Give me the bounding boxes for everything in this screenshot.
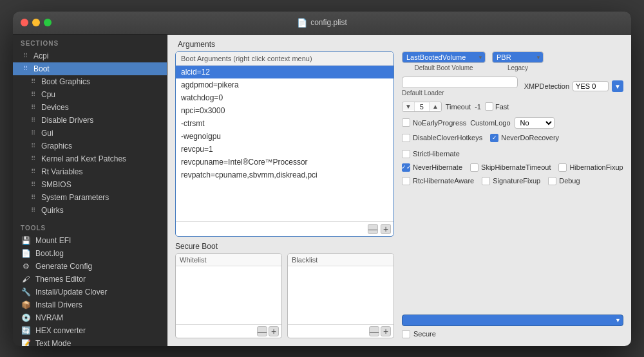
tool-hex-converter-label: HEX converter — [35, 326, 86, 335]
maximize-button[interactable] — [44, 19, 52, 26]
arg-item-watchdog[interactable]: watchdog=0 — [176, 91, 393, 104]
sidebar-item-cpu[interactable]: ⠿ Cpu — [13, 88, 167, 101]
signature-fixup-text: SignatureFixup — [493, 177, 540, 185]
secure-checkbox[interactable] — [402, 330, 410, 338]
signature-fixup-checkbox[interactable] — [482, 177, 490, 185]
blacklist-scroll-indicator: — — [369, 326, 379, 336]
disable-clover-hotkeys-checkbox[interactable] — [402, 134, 410, 142]
arg-item-revcpuname[interactable]: revcpuname=Intel®Core™Processor — [176, 156, 393, 169]
sidebar: SECTIONS ⠿ Acpi ⠿ Boot ⠿ Boot Graphics ⠿… — [13, 35, 167, 346]
sidebar-item-disable-drivers[interactable]: ⠿ Disable Drivers — [13, 114, 167, 127]
timeout-increment[interactable]: ▲ — [430, 103, 441, 110]
disable-clover-hotkeys-label[interactable]: DisableCloverHotkeys — [402, 134, 482, 142]
tool-themes-editor[interactable]: 🖌 Themes Editor — [13, 273, 167, 286]
strict-hibernate-checkbox[interactable] — [402, 150, 410, 158]
whitelist-add-button[interactable]: + — [269, 326, 279, 336]
fast-checkbox[interactable] — [485, 102, 493, 111]
close-button[interactable] — [21, 19, 28, 26]
args-add-button[interactable]: + — [381, 224, 391, 234]
never-do-recovery-label[interactable]: NeverDoRecovery — [490, 134, 559, 142]
main-window: 📄 config.plist SECTIONS ⠿ Acpi ⠿ Boot ⠿ … — [13, 12, 631, 346]
timeout-decrement[interactable]: ▼ — [402, 103, 414, 110]
yes-no-arrow: ▼ — [614, 83, 621, 90]
strict-hibernate-label[interactable]: StrictHibernate — [402, 150, 460, 158]
secure-boot-row: Whitelist — + Blacklist — [175, 253, 394, 338]
never-hibernate-checkbox[interactable]: ✓ — [402, 163, 410, 172]
skip-hibernate-timeout-checkbox[interactable] — [470, 163, 478, 172]
boot-log-icon: 📄 — [21, 249, 31, 258]
checkbox-row-2: DisableCloverHotkeys NeverDoRecovery Str… — [402, 134, 623, 158]
skip-hibernate-timeout-label[interactable]: SkipHibernateTimeout — [470, 163, 551, 172]
custom-logo-select[interactable]: No Yes — [515, 117, 554, 129]
tool-install-clover[interactable]: 🔧 Install/Update Clover — [13, 286, 167, 298]
pbr-group: PBR ▼ Legacy — [492, 51, 544, 71]
sidebar-item-kernel-patches[interactable]: ⠿ Kernel and Kext Patches — [13, 152, 167, 165]
blacklist-header: Blacklist — [288, 254, 393, 266]
arg-item-npci[interactable]: npci=0x3000 — [176, 104, 393, 117]
pbr-select[interactable]: PBR — [492, 51, 544, 63]
tool-install-drivers[interactable]: 📦 Install Drivers — [13, 298, 167, 311]
blacklist-add-button[interactable]: + — [381, 326, 391, 336]
sidebar-item-devices[interactable]: ⠿ Devices — [13, 101, 167, 114]
tool-boot-log-label: Boot.log — [35, 249, 64, 258]
no-early-progress-label[interactable]: NoEarlyProgress — [402, 118, 466, 127]
default-loader-group: Default Loader — [402, 77, 518, 96]
signature-fixup-label[interactable]: SignatureFixup — [482, 177, 540, 185]
title-text: config.plist — [310, 18, 347, 27]
debug-label[interactable]: Debug — [548, 177, 580, 185]
tool-text-mode[interactable]: 📝 Text Mode — [13, 337, 167, 346]
window-title: 📄 config.plist — [297, 18, 347, 28]
arg-item-revcpu[interactable]: revcpu=1 — [176, 143, 393, 156]
timeout-stepper[interactable]: ▼ 5 ▲ — [402, 102, 442, 112]
tool-boot-log[interactable]: 📄 Boot.log — [13, 247, 167, 260]
tool-hex-converter[interactable]: 🔄 HEX converter — [13, 324, 167, 337]
rtc-hibernate-aware-checkbox[interactable] — [402, 177, 410, 185]
arg-item-agdpmod[interactable]: agdpmod=pikera — [176, 78, 393, 91]
tool-nvram[interactable]: 💿 NVRAM — [13, 311, 167, 324]
disable-clover-hotkeys-text: DisableCloverHotkeys — [413, 134, 482, 142]
gui-icon: ⠿ — [28, 129, 37, 136]
debug-checkbox[interactable] — [548, 177, 556, 185]
arg-item-revpatch[interactable]: revpatch=cpuname,sbvmm,diskread,pci — [176, 169, 393, 181]
tool-mount-efi[interactable]: 💾 Mount EFI — [13, 234, 167, 247]
secure-dropdown[interactable] — [402, 315, 623, 326]
sidebar-item-graphics[interactable]: ⠿ Graphics — [13, 140, 167, 152]
minimize-button[interactable] — [32, 19, 40, 26]
hibernation-fixup-label[interactable]: HibernationFixup — [558, 163, 623, 172]
sections-header: SECTIONS — [13, 35, 167, 50]
arg-item-alcid[interactable]: alcid=12 — [176, 66, 393, 78]
sidebar-item-acpi[interactable]: ⠿ Acpi — [13, 50, 167, 62]
no-early-progress-text: NoEarlyProgress — [413, 119, 466, 127]
tool-generate-config[interactable]: ⚙ Generate Config — [13, 260, 167, 273]
yes-no-select[interactable]: YES 0 NO — [573, 81, 609, 91]
args-list[interactable]: alcid=12 agdpmod=pikera watchdog=0 npci=… — [176, 66, 393, 221]
hex-converter-icon: 🔄 — [21, 326, 31, 335]
args-footer: — + — [176, 221, 393, 236]
hibernation-fixup-checkbox[interactable] — [558, 163, 567, 172]
sidebar-item-quirks[interactable]: ⠿ Quirks — [13, 204, 167, 217]
skip-hibernate-timeout-text: SkipHibernateTimeout — [481, 163, 551, 171]
secure-checkbox-label[interactable]: Secure — [402, 330, 623, 338]
sidebar-item-boot[interactable]: ⠿ Boot — [13, 62, 167, 75]
sidebar-item-gui-label: Gui — [41, 129, 53, 138]
install-drivers-icon: 📦 — [21, 300, 31, 309]
sidebar-item-rt-variables[interactable]: ⠿ Rt Variables — [13, 165, 167, 178]
default-loader-input[interactable] — [402, 77, 518, 88]
debug-text: Debug — [559, 177, 580, 185]
never-do-recovery-checkbox[interactable] — [490, 134, 498, 142]
sidebar-item-smbios[interactable]: ⠿ SMBIOS — [13, 178, 167, 191]
tools-header: TOOLS — [13, 219, 167, 234]
whitelist-header: Whitelist — [176, 254, 281, 266]
sidebar-item-gui[interactable]: ⠿ Gui — [13, 127, 167, 140]
arg-item-ctrsmt[interactable]: -ctrsmt — [176, 117, 393, 130]
args-header: Boot Arguments (right click context menu… — [176, 52, 393, 66]
sidebar-item-boot-graphics[interactable]: ⠿ Boot Graphics — [13, 75, 167, 88]
last-booted-volume-select[interactable]: LastBootedVolume — [402, 51, 486, 63]
no-early-progress-checkbox[interactable] — [402, 118, 410, 127]
fast-checkbox-label[interactable]: Fast — [485, 102, 509, 111]
generate-config-icon: ⚙ — [21, 262, 31, 271]
rtc-hibernate-aware-label[interactable]: RtcHibernateAware — [402, 177, 474, 185]
sidebar-item-system-parameters[interactable]: ⠿ System Parameters — [13, 191, 167, 204]
arg-item-wegnoigpu[interactable]: -wegnoigpu — [176, 130, 393, 143]
never-hibernate-label[interactable]: ✓ NeverHibernate — [402, 163, 462, 172]
